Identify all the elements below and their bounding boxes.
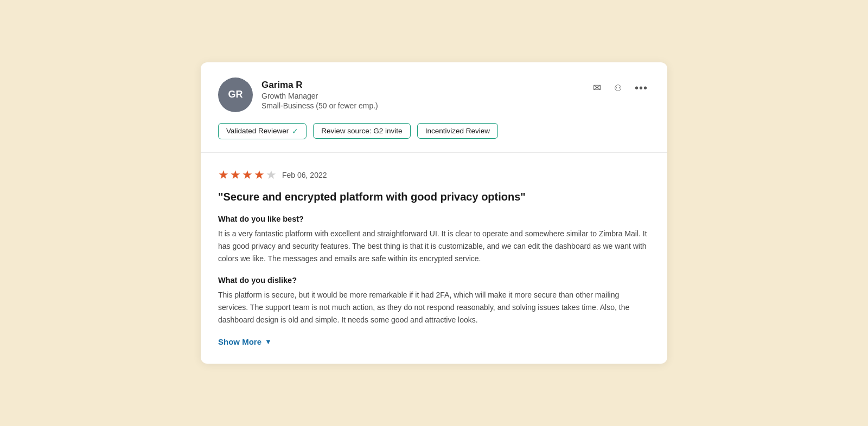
star-1: ★ [218, 168, 229, 182]
link-button[interactable]: ⚇ [612, 81, 624, 95]
email-icon: ✉ [593, 82, 601, 94]
action-icons: ✉ ⚇ ••• [591, 80, 650, 96]
more-button[interactable]: ••• [633, 80, 650, 96]
reviewer-left: GR Garima R Growth Manager Small-Busines… [218, 78, 378, 112]
reviewer-role: Growth Manager [261, 92, 378, 100]
badges-row: Validated Reviewer ✓ Review source: G2 i… [218, 123, 650, 139]
show-more-button[interactable]: Show More ▼ [218, 337, 272, 346]
chevron-down-icon: ▼ [265, 338, 272, 346]
badge-review-source: Review source: G2 invite [313, 123, 410, 139]
show-more-label: Show More [218, 337, 261, 346]
more-icon: ••• [635, 82, 648, 94]
review-card: GR Garima R Growth Manager Small-Busines… [201, 62, 667, 364]
like-text: It is a very fantastic platform with exc… [218, 228, 650, 265]
star-3: ★ [242, 168, 253, 182]
review-title: "Secure and encrypted platform with good… [218, 190, 650, 204]
email-button[interactable]: ✉ [591, 80, 603, 96]
star-rating: ★ ★ ★ ★ ★ [218, 168, 277, 182]
star-2: ★ [230, 168, 241, 182]
incentivized-label: Incentivized Review [425, 127, 490, 135]
dislike-text: This platform is secure, but it would be… [218, 289, 650, 326]
reviewer-name: Garima R [261, 80, 378, 91]
link-icon: ⚇ [614, 83, 622, 93]
avatar: GR [218, 78, 253, 112]
review-date: Feb 06, 2022 [282, 171, 327, 179]
dislike-label: What do you dislike? [218, 276, 650, 285]
card-header: GR Garima R Growth Manager Small-Busines… [201, 62, 667, 153]
star-5: ★ [266, 168, 277, 182]
badge-incentivized: Incentivized Review [417, 123, 498, 139]
check-icon: ✓ [292, 127, 298, 135]
review-source-label: Review source: G2 invite [321, 127, 402, 135]
reviewer-row: GR Garima R Growth Manager Small-Busines… [218, 78, 650, 112]
like-label: What do you like best? [218, 215, 650, 223]
card-body: ★ ★ ★ ★ ★ Feb 06, 2022 "Secure and encry… [201, 153, 667, 364]
validated-label: Validated Reviewer [226, 127, 289, 135]
reviewer-company: Small-Business (50 or fewer emp.) [261, 101, 378, 110]
badge-validated: Validated Reviewer ✓ [218, 123, 307, 139]
reviewer-info: Garima R Growth Manager Small-Business (… [261, 80, 378, 110]
star-4: ★ [254, 168, 265, 182]
rating-row: ★ ★ ★ ★ ★ Feb 06, 2022 [218, 168, 650, 182]
